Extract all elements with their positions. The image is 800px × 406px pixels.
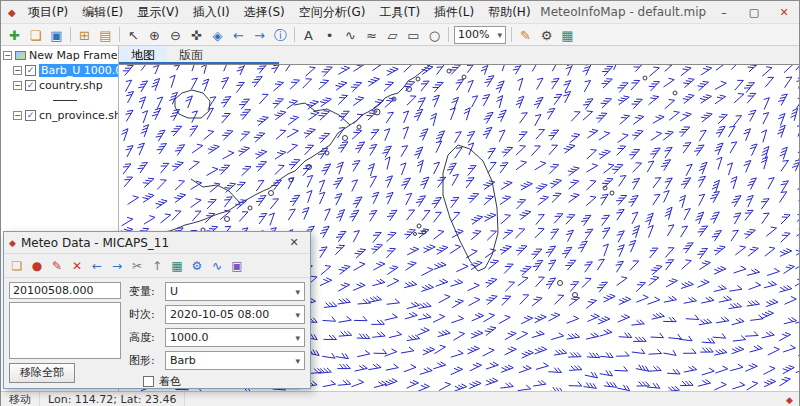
province-layer-label: cn_province.shp bbox=[39, 109, 118, 122]
graphic-value: Barb bbox=[170, 354, 196, 367]
level-label: 高度: bbox=[129, 330, 165, 345]
chevron-down-icon: ▾ bbox=[295, 333, 300, 343]
expander-icon[interactable]: − bbox=[3, 51, 12, 60]
settings-icon[interactable]: ⚙ bbox=[536, 25, 557, 44]
layer-checkbox[interactable]: ✓ bbox=[25, 80, 36, 91]
expander-icon[interactable]: − bbox=[13, 81, 22, 90]
app-logo-icon: ◆ bbox=[1, 7, 21, 18]
expander-icon[interactable]: − bbox=[13, 66, 22, 75]
layer-checkbox[interactable]: ✓ bbox=[25, 65, 36, 76]
zoom-level-value: 100% bbox=[458, 28, 489, 41]
full-extent-icon[interactable]: ◈ bbox=[207, 25, 228, 44]
menu-help[interactable]: 帮助(H) bbox=[481, 2, 537, 23]
view-tabstrip: 地图 版面 bbox=[119, 46, 799, 64]
expander-icon[interactable]: − bbox=[13, 111, 22, 120]
chevron-down-icon: ▾ bbox=[295, 310, 300, 320]
statusbar: 移动 Lon: 114.72; Lat: 23.46 ◆ bbox=[1, 391, 799, 406]
tree-node-province-layer[interactable]: − ✓ cn_province.shp bbox=[1, 108, 118, 123]
edit-pencil-icon[interactable]: ✎ bbox=[515, 25, 536, 44]
new-polygon-icon[interactable]: ▱ bbox=[382, 25, 403, 44]
tree-node-map-frame[interactable]: − New Map Frame bbox=[1, 48, 118, 63]
graphic-combo[interactable]: Barb ▾ bbox=[165, 351, 305, 370]
draw-data-icon[interactable]: ✎ bbox=[47, 256, 67, 275]
data-settings-icon[interactable]: ⚙ bbox=[187, 256, 207, 275]
identify-icon[interactable]: ⓘ bbox=[270, 25, 291, 44]
file-listbox[interactable] bbox=[9, 302, 121, 359]
time-combo[interactable]: 2020-10-05 08:00 ▾ bbox=[165, 305, 305, 324]
shading-row: 着色 bbox=[143, 374, 305, 389]
new-curve-icon[interactable]: ≈ bbox=[361, 25, 382, 44]
pan-icon[interactable]: ✜ bbox=[186, 25, 207, 44]
chevron-down-icon: ▾ bbox=[295, 287, 300, 297]
remove-all-button[interactable]: 移除全部 bbox=[9, 363, 75, 383]
new-ellipse-icon[interactable]: ○ bbox=[424, 25, 445, 44]
open-data-icon[interactable]: ▤ bbox=[95, 25, 116, 44]
level-row: 高度: 1000.0 ▾ bbox=[129, 328, 305, 347]
tree-node-country-layer[interactable]: − ✓ country.shp bbox=[1, 78, 118, 93]
menu-geoprocessing[interactable]: 空间分析(G) bbox=[292, 2, 373, 23]
select-element-icon[interactable]: ↖ bbox=[123, 25, 144, 44]
new-project-icon[interactable]: ✚ bbox=[4, 25, 25, 44]
zoom-out-icon[interactable]: ⊖ bbox=[165, 25, 186, 44]
plot-1d-icon[interactable]: ∿ bbox=[207, 256, 227, 275]
dialog-title: Meteo Data - MICAPS_11 bbox=[21, 236, 283, 250]
current-file-field[interactable]: 20100508.000 bbox=[9, 282, 121, 299]
menu-tools[interactable]: 工具(T) bbox=[372, 2, 427, 23]
save-project-icon[interactable]: ▣ bbox=[46, 25, 67, 44]
barb-layer-label: Barb_U 1000.0 2020-1 bbox=[39, 64, 118, 77]
dialog-close-icon[interactable]: ✕ bbox=[283, 236, 305, 249]
level-combo[interactable]: 1000.0 ▾ bbox=[165, 328, 305, 347]
close-button[interactable]: ✕ bbox=[769, 4, 799, 21]
minimize-button[interactable]: – bbox=[709, 4, 739, 21]
time-row: 时次: 2020-10-05 08:00 ▾ bbox=[129, 305, 305, 324]
tree-node-barb-layer[interactable]: − ✓ Barb_U 1000.0 2020-1 bbox=[1, 63, 118, 78]
titlebar: ◆ 项目(P) 编辑(E) 显示(V) 插入(I) 选择(S) 空间分析(G) … bbox=[1, 1, 799, 23]
dialog-titlebar[interactable]: ◆ Meteo Data - MICAPS_11 ✕ bbox=[4, 232, 310, 254]
new-polyline-icon[interactable]: ∿ bbox=[340, 25, 361, 44]
menu-selection[interactable]: 选择(S) bbox=[237, 2, 292, 23]
statusbar-logo-icon: ◆ bbox=[780, 395, 799, 405]
menu-project[interactable]: 项目(P) bbox=[21, 2, 76, 23]
previous-extent-icon[interactable]: ← bbox=[228, 25, 249, 44]
next-time-icon[interactable]: → bbox=[107, 256, 127, 275]
data-table-icon[interactable]: ▦ bbox=[167, 256, 187, 275]
file-panel: 20100508.000 移除全部 bbox=[9, 282, 121, 383]
new-label-icon[interactable]: A bbox=[298, 25, 319, 44]
time-value: 2020-10-05 08:00 bbox=[170, 308, 269, 321]
new-point-icon[interactable]: • bbox=[319, 25, 340, 44]
menu-plugin[interactable]: 插件(L) bbox=[427, 2, 481, 23]
toolbar-separator bbox=[70, 27, 71, 42]
maximize-button[interactable]: ▢ bbox=[739, 4, 769, 21]
graphic-label: 图形: bbox=[129, 353, 165, 368]
chevron-down-icon: ▾ bbox=[497, 30, 502, 40]
toolbar-separator bbox=[294, 27, 295, 42]
remove-data-icon[interactable]: ✕ bbox=[67, 256, 87, 275]
up-level-icon[interactable]: ↑ bbox=[147, 256, 167, 275]
image-icon[interactable]: ▣ bbox=[227, 256, 247, 275]
shading-checkbox[interactable] bbox=[143, 376, 154, 387]
previous-time-icon[interactable]: ← bbox=[87, 256, 107, 275]
open-project-icon[interactable]: ❏ bbox=[25, 25, 46, 44]
legend-swatch-row bbox=[1, 93, 118, 108]
new-rectangle-icon[interactable]: ▭ bbox=[403, 25, 424, 44]
zoom-in-icon[interactable]: ⊕ bbox=[144, 25, 165, 44]
add-layer-icon[interactable]: ⊞ bbox=[74, 25, 95, 44]
next-extent-icon[interactable]: → bbox=[249, 25, 270, 44]
meteo-data-dialog: ◆ Meteo Data - MICAPS_11 ✕ ❏ ● ✎ ✕ ← → ✂… bbox=[3, 231, 311, 389]
attribute-table-icon[interactable]: ▦ bbox=[557, 25, 578, 44]
open-file-icon[interactable]: ❏ bbox=[7, 256, 27, 275]
zoom-level-combo[interactable]: 100% ▾ bbox=[454, 26, 506, 44]
toolbar-separator bbox=[511, 27, 512, 42]
menu-insert[interactable]: 插入(I) bbox=[186, 2, 237, 23]
coordinates-status: Lon: 114.72; Lat: 23.46 bbox=[40, 392, 185, 406]
layer-checkbox[interactable]: ✓ bbox=[25, 110, 36, 121]
variable-row: 变量: U ▾ bbox=[129, 282, 305, 301]
menu-edit[interactable]: 编辑(E) bbox=[75, 2, 130, 23]
variable-label: 变量: bbox=[129, 284, 165, 299]
menu-view[interactable]: 显示(V) bbox=[130, 2, 186, 23]
tool-mode-status: 移动 bbox=[1, 392, 40, 406]
cut-section-icon[interactable]: ✂ bbox=[127, 256, 147, 275]
record-icon[interactable]: ● bbox=[27, 256, 47, 275]
variable-combo[interactable]: U ▾ bbox=[165, 282, 305, 301]
line-legend-swatch bbox=[53, 100, 77, 101]
